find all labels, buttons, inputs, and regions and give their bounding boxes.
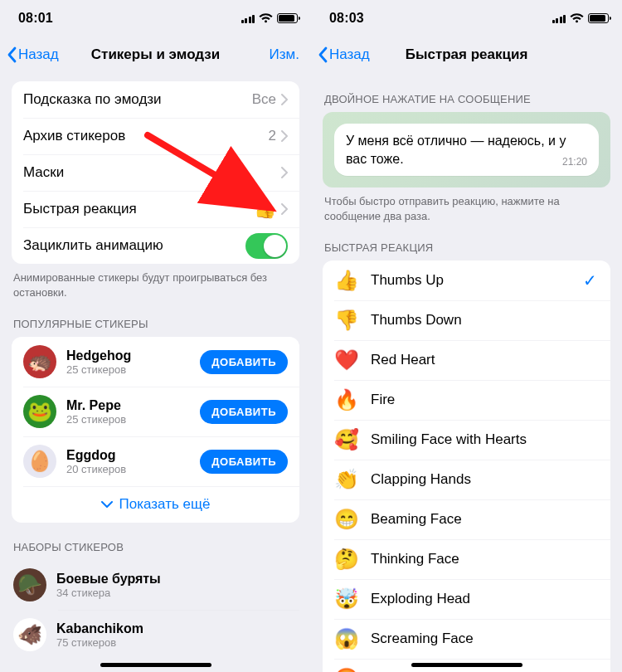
screen-quick-reaction: 08:03 Назад Быстрая реакция ДВОЙНОЕ НАЖА… (311, 0, 622, 672)
wifi-icon (570, 13, 584, 23)
status-time: 08:03 (329, 11, 364, 26)
sticker-sets-header: НАБОРЫ СТИКЕРОВ (0, 523, 311, 560)
chevron-left-icon (318, 46, 328, 63)
double-tap-header: ДВОЙНОЕ НАЖАТИЕ НА СООБЩЕНИЕ (311, 81, 622, 112)
popular-stickers-header: ПОПУЛЯРНЫЕ СТИКЕРЫ (0, 299, 311, 337)
reaction-label: Thumbs Down (371, 312, 599, 329)
reaction-label: Exploding Head (371, 591, 599, 607)
sticker-count: 75 стикеров (56, 636, 288, 650)
reaction-option[interactable]: 🔥Fire (323, 380, 610, 420)
sticker-count: 25 стикеров (66, 413, 190, 426)
nav-bar: Назад Быстрая реакция (311, 37, 622, 73)
row-sticker-archive[interactable]: Архив стикеров 2 (12, 118, 299, 154)
reaction-emoji: 🤬 (334, 667, 359, 672)
reaction-option[interactable]: 👎Thumbs Down (323, 300, 610, 340)
reaction-label: Thinking Face (371, 551, 599, 567)
reaction-label: Screaming Face (371, 631, 599, 647)
nav-bar: Назад Стикеры и эмодзи Изм. (0, 37, 311, 73)
reaction-emoji: 🥰 (334, 428, 359, 451)
sticker-thumb: 🦔 (23, 345, 56, 378)
reaction-label: Smiling Face with Hearts (371, 431, 599, 448)
status-bar: 08:03 (311, 0, 622, 37)
screen-stickers-and-emoji: 08:01 Назад Стикеры и эмодзи Изм. Подска… (0, 0, 311, 672)
sticker-count: 25 стикеров (66, 363, 190, 377)
reaction-option[interactable]: 🤔Thinking Face (323, 539, 610, 579)
sticker-set-row[interactable]: 🪖Боевые буряты34 стикера (12, 560, 299, 610)
row-masks[interactable]: Маски (12, 154, 299, 191)
sticker-thumb: 🥚 (23, 445, 56, 478)
reaction-option[interactable]: 👍Thumbs Up✓ (323, 261, 610, 300)
reaction-emoji: 👏 (334, 468, 359, 491)
reaction-emoji: 👍 (334, 269, 359, 292)
battery-icon (277, 13, 298, 23)
row-quick-reaction[interactable]: Быстрая реакция 👍 (12, 191, 299, 227)
home-indicator (411, 663, 522, 667)
loop-footnote: Анимированные стикеры будут проигрыватьс… (0, 264, 311, 299)
reaction-emoji: 👎 (334, 309, 359, 332)
back-button[interactable]: Назад (0, 46, 59, 63)
popular-stickers-group: 🦔Hedgehog25 стикеровДОБАВИТЬ🐸Mr. Pepe25 … (12, 337, 299, 523)
reaction-emoji: 😁 (334, 508, 359, 531)
reaction-emoji: 🔥 (334, 388, 359, 411)
sticker-thumb: 🐸 (23, 395, 56, 428)
chevron-left-icon (7, 46, 17, 63)
wifi-icon (259, 13, 273, 23)
chevron-right-icon (281, 203, 288, 215)
add-sticker-button[interactable]: ДОБАВИТЬ (200, 350, 288, 374)
back-button[interactable]: Назад (311, 46, 370, 63)
reaction-emoji: 🤔 (334, 548, 359, 571)
reaction-option[interactable]: 👏Clapping Hands (323, 460, 610, 499)
loop-animation-toggle[interactable] (245, 233, 288, 259)
checkmark-icon: ✓ (583, 270, 599, 290)
battery-icon (588, 13, 609, 23)
reaction-emoji: ❤️ (334, 348, 359, 372)
chevron-down-icon (101, 501, 113, 509)
chevron-right-icon (281, 167, 288, 178)
chevron-right-icon (281, 94, 288, 105)
add-sticker-button[interactable]: ДОБАВИТЬ (200, 450, 288, 474)
sticker-name: Hedgehog (66, 348, 190, 363)
chevron-right-icon (281, 130, 288, 142)
double-tap-footnote: Чтобы быстро отправить реакцию, нажмите … (311, 187, 622, 223)
sticker-name: Kabanchikom (56, 621, 288, 636)
sticker-thumb: 🪖 (13, 568, 46, 601)
quick-reaction-emoji: 👍 (254, 198, 276, 220)
preview-message-bubble[interactable]: У меня всё отлично — надеюсь, и у вас то… (334, 124, 599, 176)
quick-reaction-header: БЫСТРАЯ РЕАКЦИЯ (311, 223, 622, 261)
reaction-option[interactable]: 🥰Smiling Face with Hearts (323, 420, 610, 460)
back-label: Назад (18, 46, 59, 63)
reaction-option[interactable]: 😁Beaming Face (323, 499, 610, 539)
reactions-group: 👍Thumbs Up✓👎Thumbs Down❤️Red Heart🔥Fire🥰… (323, 261, 610, 672)
reaction-option[interactable]: 🤯Exploding Head (323, 579, 610, 619)
sticker-name: Mr. Pepe (66, 397, 190, 413)
row-loop-animation: Зациклить анимацию (12, 227, 299, 264)
sticker-name: Боевые буряты (56, 571, 288, 587)
bubble-text: У меня всё отлично — надеюсь, и у вас то… (346, 134, 566, 166)
settings-group-main: Подсказка по эмодзи Все Архив стикеров 2… (12, 81, 299, 264)
back-label: Назад (329, 46, 370, 63)
sticker-name: Eggdog (66, 447, 190, 463)
cellular-icon (552, 13, 566, 23)
reaction-emoji: 😱 (334, 627, 359, 650)
status-bar: 08:01 (0, 0, 311, 37)
reaction-label: Beaming Face (371, 511, 599, 528)
reaction-label: Fire (371, 392, 599, 408)
edit-button[interactable]: Изм. (270, 46, 299, 63)
bubble-timestamp: 21:20 (562, 155, 587, 168)
sticker-sets-group: 🪖Боевые буряты34 стикера🐗Kabanchikom75 с… (12, 560, 299, 660)
row-emoji-suggestions[interactable]: Подсказка по эмодзи Все (12, 81, 299, 118)
reaction-label: Clapping Hands (371, 471, 599, 488)
status-time: 08:01 (18, 11, 53, 26)
popular-sticker-row[interactable]: 🥚Eggdog20 стикеровДОБАВИТЬ (12, 436, 299, 486)
cellular-icon (241, 13, 255, 23)
reaction-label: Thumbs Up (371, 272, 571, 289)
sticker-count: 34 стикера (56, 587, 288, 600)
popular-sticker-row[interactable]: 🦔Hedgehog25 стикеровДОБАВИТЬ (12, 337, 299, 387)
sticker-count: 20 стикеров (66, 463, 190, 476)
reaction-option[interactable]: ❤️Red Heart (323, 340, 610, 380)
popular-sticker-row[interactable]: 🐸Mr. Pepe25 стикеровДОБАВИТЬ (12, 387, 299, 436)
reaction-option[interactable]: 😱Screaming Face (323, 619, 610, 659)
add-sticker-button[interactable]: ДОБАВИТЬ (200, 400, 288, 424)
sticker-set-row[interactable]: 🐗Kabanchikom75 стикеров (12, 610, 299, 660)
show-more-button[interactable]: Показать ещё (12, 486, 299, 523)
